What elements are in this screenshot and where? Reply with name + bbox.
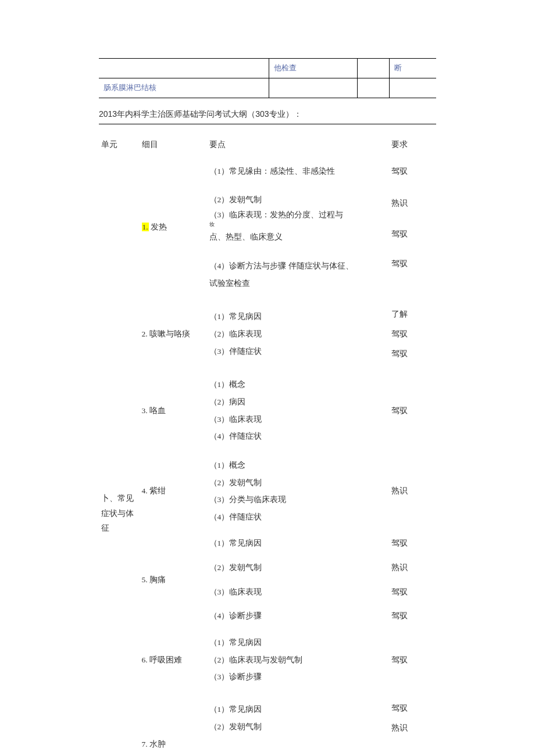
point-cell: （4）诊断方法与步骤 伴随症状与体征、 试验室检查 [207, 252, 389, 298]
point-text: （1）常见缘由：感染性、非感染性 [209, 164, 387, 179]
top-fragment-table: 他检查 断 肠系膜淋巴结核 [99, 58, 436, 98]
req-text: 驾驭 [391, 346, 434, 361]
top-cell-duan: 断 [390, 59, 436, 78]
point-text: （1）概念 [209, 458, 387, 473]
item-cell-chestpain: 5. 胸痛 [140, 531, 207, 628]
point-text: （1）概念 [209, 377, 387, 392]
table-row: 6. 呼吸困难 （1）常见病因 （2）临床表现与发朝气制 （3）诊断步骤 驾驭 [99, 628, 436, 691]
header-point: 要点 [207, 132, 389, 157]
point-text: （1）常见病因 [209, 635, 387, 650]
header-req: 要求 [389, 132, 436, 157]
point-cell: （1）常见病因 [207, 531, 389, 556]
req-cell: 熟识 [389, 556, 436, 580]
req-cell: 驾驭 [389, 531, 436, 556]
req-cell: 驾驭 熟识 [389, 691, 436, 744]
table-row: 5. 胸痛 （1）常见病因 驾驭 [99, 531, 436, 556]
item-label-fever: 发热 [149, 223, 167, 231]
syllabus-heading: 2013年内科学主治医师基础学问考试大纲（303专业）： [99, 108, 436, 124]
top-cell-empty [99, 59, 269, 78]
point-text: （4）诊断方法与步骤 伴随症状与体征、 [209, 259, 387, 274]
top-cell-empty4 [390, 78, 436, 98]
top-cell-blank [358, 59, 390, 78]
point-cell: （4）诊断步骤 [207, 604, 389, 628]
point-text: （2）临床表现 [209, 327, 387, 342]
header-item: 细目 [140, 132, 207, 157]
req-text: 了解 [391, 307, 434, 322]
point-text: （2）发朝气制 [209, 719, 387, 734]
point-text: 试验室检查 [209, 276, 387, 291]
point-text: （3）分类与临床表现 [209, 492, 387, 507]
point-text: （4）伴随症状 [209, 510, 387, 525]
syllabus-table: 单元 细目 要点 要求 卜、常见症状与体征 1. 发热 （1）常见缘由：感染性、… [99, 132, 436, 756]
req-cell: 了解 驾驭 驾驭 [389, 298, 436, 370]
table-row: 4. 紫绀 （1）概念 （2）发朝气制 （3）分类与临床表现 （4）伴随症状 熟… [99, 451, 436, 532]
point-text: （2）病因 [209, 395, 387, 410]
req-cell: 驾驭 [389, 628, 436, 691]
req-text: 熟识 [391, 721, 434, 736]
point-cell: （3）临床表现 （4）诊断与鉴别诊断 [207, 744, 389, 756]
req-text: 驾驭 [391, 754, 434, 756]
req-cell: 驾驭 [389, 604, 436, 628]
point-cell: （1）常见病因 （2）临床表现与发朝气制 （3）诊断步骤 [207, 628, 389, 691]
top-cell-empty3 [358, 78, 390, 98]
point-cell: （3）临床表现 [207, 580, 389, 604]
header-unit: 单元 [99, 132, 140, 157]
table-row: 卜、常见症状与体征 1. 发热 （1）常见缘由：感染性、非感染性 驾驭 [99, 157, 436, 186]
item-cell-dyspnea: 6. 呼吸困难 [140, 628, 207, 691]
table-row: 7. 水肿 （1）常见病因 （2）发朝气制 驾驭 熟识 [99, 691, 436, 744]
point-cell: （1）常见病因 （2）临床表现 （3）伴随症状 [207, 298, 389, 370]
point-cell: （1）常见缘由：感染性、非感染性 [207, 157, 389, 186]
point-text: （2）发朝气制 [209, 475, 387, 490]
req-cell: 驾驭 [389, 580, 436, 604]
point-text: （1）常见病因 [209, 702, 387, 717]
table-row: 2. 咳嗽与咯痰 （1）常见病因 （2）临床表现 （3）伴随症状 了解 驾驭 驾… [99, 298, 436, 370]
req-cell: 驾驭 [389, 370, 436, 451]
point-text: 点、热型、临床意义 [209, 230, 387, 245]
req-cell: 熟识 驾驭 [389, 185, 436, 252]
point-text: （1）常见病因 [209, 309, 387, 324]
point-cell: （2）发朝气制 [207, 556, 389, 580]
point-text: （3）伴随症状 [209, 344, 387, 359]
table-row: 3. 咯血 （1）概念 （2）病因 （3）临床表现 （4）伴随症状 驾驭 [99, 370, 436, 451]
point-text: （2）临床表现与发朝气制 [209, 653, 387, 668]
item-cell-cough: 2. 咳嗽与咯痰 [140, 298, 207, 370]
point-cell: （1）概念 （2）发朝气制 （3）分类与临床表现 （4）伴随症状 [207, 451, 389, 532]
req-text: 熟识 [391, 196, 434, 211]
point-text: （2）发朝气制 [209, 192, 387, 207]
point-text: （3）诊断步骤 [209, 669, 387, 685]
item-cell-fever: 1. 发热 [140, 157, 207, 298]
table-header-row: 单元 细目 要点 要求 [99, 132, 436, 157]
item-cell-cyanosis: 4. 紫绀 [140, 451, 207, 532]
point-text: （3）临床表现 [209, 412, 387, 427]
point-cell: （1）概念 （2）病因 （3）临床表现 （4）伴随症状 [207, 370, 389, 451]
top-cell-other-exam: 他检查 [269, 59, 357, 78]
req-cell: 驾驭 [389, 252, 436, 298]
item-cell-hemoptysis: 3. 咯血 [140, 370, 207, 451]
req-text: 驾驭 [391, 327, 434, 342]
req-cell: 熟识 [389, 451, 436, 532]
unit-cell: 卜、常见症状与体征 [99, 157, 140, 756]
req-cell: 驾驭 驾驭 [389, 744, 436, 756]
point-cell: （2）发朝气制 （3）临床表现：发热的分度、过程与 妆 点、热型、临床意义 [207, 185, 389, 252]
point-cell: （1）常见病因 （2）发朝气制 [207, 691, 389, 744]
point-text: （4）伴随症状 [209, 429, 387, 444]
point-text: （3）临床表现：发热的分度、过程与 [209, 210, 387, 220]
highlight-marker: 1. [142, 223, 149, 231]
req-text: 驾驭 [391, 227, 434, 242]
point-note: 妆 [209, 222, 387, 227]
top-cell-mesenteric: 肠系膜淋巴结核 [99, 78, 269, 98]
req-text: 驾驭 [391, 701, 434, 716]
top-cell-empty2 [269, 78, 357, 98]
item-cell-edema: 7. 水肿 [140, 691, 207, 756]
req-cell: 驾驭 [389, 157, 436, 186]
